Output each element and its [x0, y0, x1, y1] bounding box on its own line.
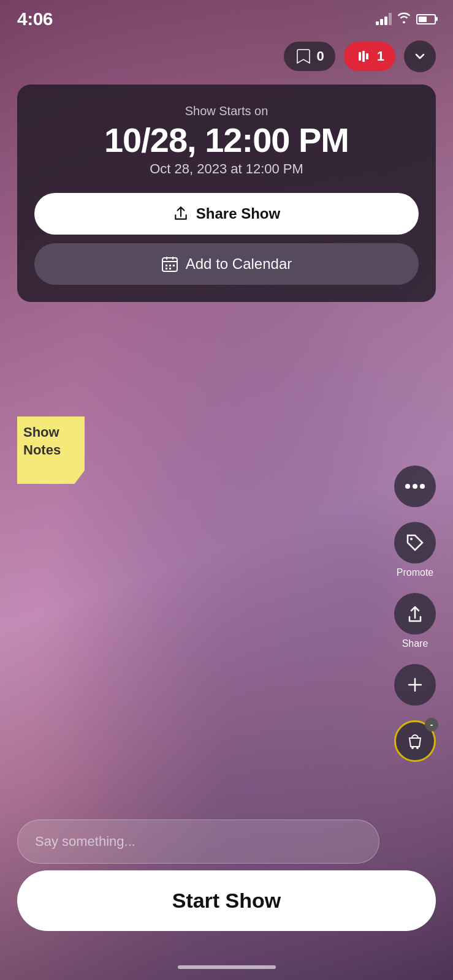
recording-icon [355, 48, 372, 65]
bookmark-count: 0 [317, 48, 324, 64]
svg-point-14 [410, 538, 413, 540]
share-button-group[interactable]: Share [394, 593, 436, 649]
svg-rect-2 [366, 53, 368, 59]
svg-rect-0 [359, 52, 361, 61]
say-something-placeholder: Say something... [35, 834, 135, 849]
bookmark-icon [295, 48, 312, 65]
status-time: 4:06 [17, 9, 53, 29]
share-action-icon [406, 605, 424, 623]
share-action-button[interactable] [394, 593, 436, 635]
svg-rect-6 [166, 265, 167, 266]
svg-point-11 [405, 484, 410, 489]
svg-rect-4 [166, 257, 167, 260]
home-indicator [178, 965, 276, 969]
bookmark-pill[interactable]: 0 [284, 42, 335, 71]
status-bar: 4:06 [0, 0, 453, 34]
share-show-label: Share Show [196, 205, 280, 222]
say-something-input[interactable]: Say something... [17, 820, 379, 864]
share-show-button[interactable]: Share Show [34, 193, 419, 235]
start-show-button[interactable]: Start Show [17, 870, 436, 931]
store-badge: - [425, 718, 438, 731]
promote-label: Promote [397, 567, 433, 578]
svg-rect-9 [166, 268, 167, 270]
svg-point-12 [413, 484, 417, 489]
right-action-buttons: Promote Share - [394, 466, 436, 762]
tag-icon [405, 533, 425, 552]
add-to-calendar-label: Add to Calendar [186, 255, 292, 273]
show-date-full: Oct 28, 2023 at 12:00 PM [34, 161, 419, 177]
svg-point-13 [420, 484, 425, 489]
plus-icon [406, 676, 424, 694]
add-to-calendar-button[interactable]: Add to Calendar [34, 243, 419, 285]
store-icon [405, 731, 425, 752]
calendar-icon [161, 255, 178, 273]
svg-rect-10 [169, 268, 171, 270]
signal-icon [376, 13, 392, 25]
show-card: Show Starts on 10/28, 12:00 PM Oct 28, 2… [17, 85, 436, 302]
promote-button[interactable] [394, 522, 436, 564]
status-icons [376, 12, 436, 26]
promote-button-group[interactable]: Promote [394, 522, 436, 578]
more-dots-icon [405, 483, 425, 489]
recording-pill[interactable]: 1 [344, 42, 395, 71]
more-options-button[interactable] [394, 466, 436, 507]
start-show-label: Start Show [172, 889, 281, 912]
svg-rect-5 [172, 257, 173, 260]
recording-count: 1 [377, 48, 384, 64]
share-icon [173, 206, 189, 222]
svg-rect-7 [169, 265, 171, 266]
top-navigation: 0 1 [0, 34, 453, 85]
wifi-icon [397, 12, 411, 26]
show-notes-sticky[interactable]: Show Notes [17, 417, 85, 484]
svg-point-16 [416, 747, 419, 749]
show-date-big: 10/28, 12:00 PM [34, 123, 419, 157]
svg-rect-8 [173, 265, 175, 266]
add-button[interactable] [394, 664, 436, 706]
battery-icon [416, 14, 436, 24]
show-notes-label: Show Notes [23, 424, 61, 458]
store-button-wrapper: - [394, 720, 436, 762]
svg-rect-1 [362, 51, 365, 62]
chevron-down-button[interactable] [404, 40, 436, 72]
show-starts-label: Show Starts on [34, 104, 419, 118]
svg-point-15 [411, 747, 414, 749]
share-action-label: Share [402, 638, 428, 649]
